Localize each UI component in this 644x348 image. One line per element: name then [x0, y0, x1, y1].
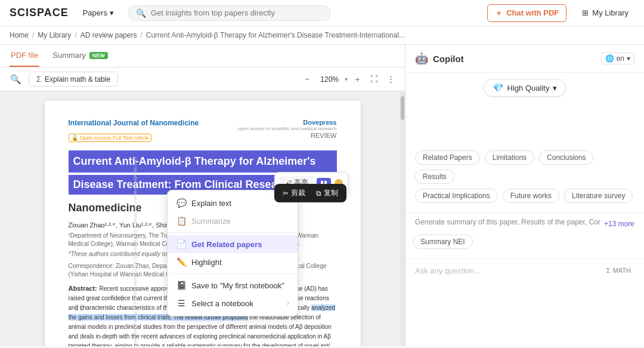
pdf-scrollbar[interactable]: [400, 91, 405, 346]
breadcrumb-current-paper: Current Anti-Amyloid-β Therapy for Alzhe…: [146, 31, 405, 39]
summary-section: Generate summary of this paper, Results …: [405, 213, 644, 235]
search-icon: 🔍: [136, 8, 146, 18]
chat-pdf-label: Chat with PDF: [506, 8, 559, 17]
chips-row-2: Practical Implications Future works Lite…: [415, 189, 634, 203]
chip-future-works[interactable]: Future works: [503, 189, 559, 203]
highlight-label: Highlight: [191, 258, 222, 267]
journal-name: International Journal of Nanomedicine: [69, 119, 199, 127]
open-access-label: Open Access Full Text Article: [80, 135, 149, 141]
pdf-scroll-thumb[interactable]: [401, 96, 404, 120]
copilot-panel: 🤖 Copilot 🌐 en ▾ 💎 High Quality ▾ Relate…: [405, 45, 644, 346]
chip-results[interactable]: Results: [415, 170, 454, 184]
save-notebook-menu-item[interactable]: 📓 Save to "My first notebook": [168, 276, 298, 294]
pdf-file-label: PDF file: [11, 51, 38, 60]
breadcrumb-sep2: /: [75, 31, 76, 39]
publisher-name: Dovepress: [238, 119, 336, 126]
search-input[interactable]: [151, 8, 323, 17]
open-access-badge: 🔓 Open Access Full Text Article: [69, 134, 152, 142]
chat-pdf-plus-icon: ＋: [495, 8, 503, 19]
ask-input[interactable]: [415, 266, 598, 275]
explain-label: Explain math & table: [45, 75, 110, 84]
math-label: MATH: [613, 267, 631, 274]
zoom-in-button[interactable]: ＋: [350, 72, 364, 87]
related-papers-icon: 📄: [176, 239, 187, 249]
chip-limitations[interactable]: Limitations: [485, 150, 534, 165]
breadcrumb: Home / My Library / AD review papers / C…: [0, 26, 644, 45]
zoom-level: 120%: [317, 74, 342, 85]
more-options-button[interactable]: ⋮: [383, 72, 398, 87]
chip-literature-survey[interactable]: Literature survey: [564, 189, 633, 203]
explain-text-icon: 💬: [176, 198, 187, 208]
scissors-btn[interactable]: ✂ 剪裁: [279, 187, 309, 199]
summary-nei-area: Summary NEI: [405, 235, 644, 254]
papers-dropdown-icon: ▾: [110, 8, 114, 17]
pdf-content-area[interactable]: International Journal of Nanomedicine 20…: [0, 91, 405, 346]
zoom-dropdown-icon: ▾: [345, 76, 348, 82]
papers-label: Papers: [83, 8, 107, 17]
save-notebook-icon: 📓: [176, 281, 187, 290]
breadcrumb-sep3: /: [140, 31, 142, 39]
select-notebook-menu-item[interactable]: ☰ Select a notebook ›: [168, 294, 298, 312]
get-related-papers-menu-item[interactable]: 📄 Get Related papers: [168, 235, 298, 253]
chat-with-pdf-button[interactable]: ＋ Chat with PDF: [487, 4, 566, 22]
save-notebook-label: Save to "My first notebook": [191, 281, 284, 290]
library-grid-icon: ⊞: [582, 8, 589, 17]
summary-generate-label: Generate summary of this paper, Results …: [415, 218, 600, 226]
pdf-tabs: PDF file Summary NEW: [0, 45, 405, 67]
zoom-controls: − 120% ▾ ＋ ⛶ ⋮: [300, 72, 398, 87]
explain-text-label: Explain text: [191, 199, 231, 208]
search-bar[interactable]: 🔍: [128, 5, 331, 21]
tab-pdf-file[interactable]: PDF file: [10, 45, 39, 67]
chip-conclusions[interactable]: Conclusions: [539, 150, 593, 165]
quality-row: 💎 High Quality ▾: [405, 73, 644, 103]
menu-divider-2: [168, 273, 298, 274]
zoom-out-button[interactable]: −: [300, 72, 314, 87]
summary-label: Summary: [52, 51, 86, 60]
copilot-title-text: Copilot: [433, 54, 464, 64]
breadcrumb-my-library[interactable]: My Library: [38, 31, 71, 39]
copilot-header: 🤖 Copilot 🌐 en ▾: [405, 45, 644, 73]
lang-label: en: [617, 54, 624, 63]
copilot-icon: 🤖: [415, 52, 428, 65]
pdf-toolbar: 🔍 Σ Explain math & table − 120% ▾ ＋ ⛶: [0, 67, 405, 91]
copy-icon: ⧉: [316, 189, 321, 198]
abstract-label: Abstract:: [69, 285, 97, 292]
summarize-icon: 📋: [176, 216, 187, 226]
fit-page-button[interactable]: ⛶: [367, 72, 381, 87]
breadcrumb-home[interactable]: Home: [10, 31, 29, 39]
language-selector[interactable]: 🌐 en ▾: [601, 53, 634, 64]
copy-btn[interactable]: ⧉ 复制: [312, 187, 342, 199]
my-library-button[interactable]: ⊞ My Library: [576, 5, 634, 20]
nei-row: Summary NEI: [413, 235, 637, 249]
quality-button[interactable]: 💎 High Quality ▾: [484, 79, 566, 97]
chip-related-papers[interactable]: Related Papers: [415, 150, 480, 165]
papers-nav-button[interactable]: Papers ▾: [78, 6, 119, 20]
math-button[interactable]: Σ MATH: [603, 265, 634, 276]
explain-math-table-button[interactable]: Σ Explain math & table: [29, 72, 118, 87]
pdf-panel: PDF file Summary NEW 🔍 Σ Explain math & …: [0, 45, 405, 346]
search-toolbar-button[interactable]: 🔍: [7, 71, 24, 88]
nav-right: ＋ Chat with PDF ⊞ My Library: [487, 4, 634, 22]
native-context-menu: ✂ 剪裁 ⧉ 复制: [274, 184, 346, 202]
chips-row-1: Related Papers Limitations Conclusions R…: [415, 150, 634, 184]
scispace-logo: SCISPACE: [10, 7, 69, 19]
get-related-papers-label: Get Related papers: [191, 240, 262, 249]
publisher-subtitle: open access to scientific and medical re…: [238, 126, 336, 131]
summary-more-link[interactable]: +13 more: [604, 220, 634, 228]
summary-nei-badge[interactable]: Summary NEI: [413, 235, 473, 249]
select-notebook-icon: ☰: [176, 298, 187, 308]
copy-label: 复制: [324, 188, 338, 198]
scissors-icon: ✂: [283, 189, 289, 198]
breadcrumb-ad-review[interactable]: AD review papers: [80, 31, 137, 39]
top-navigation: SCISPACE Papers ▾ 🔍 ＋ Chat with PDF ⊞ My…: [0, 0, 644, 26]
summarize-menu-item[interactable]: 📋 Summarize: [168, 212, 298, 230]
highlight-menu-item[interactable]: ✏️ Highlight: [168, 253, 298, 271]
zoom-in-icon: ＋: [354, 74, 361, 85]
paper-title-line1: Current Anti-Amyloid-β Therapy for Alzhe…: [69, 150, 337, 173]
quality-label: High Quality: [507, 84, 550, 93]
chip-practical-implications[interactable]: Practical Implications: [415, 189, 498, 203]
menu-divider-1: [168, 232, 298, 233]
quality-dropdown-icon: ▾: [553, 84, 557, 93]
tab-summary[interactable]: Summary NEW: [51, 45, 109, 67]
fit-icon: ⛶: [370, 75, 378, 84]
